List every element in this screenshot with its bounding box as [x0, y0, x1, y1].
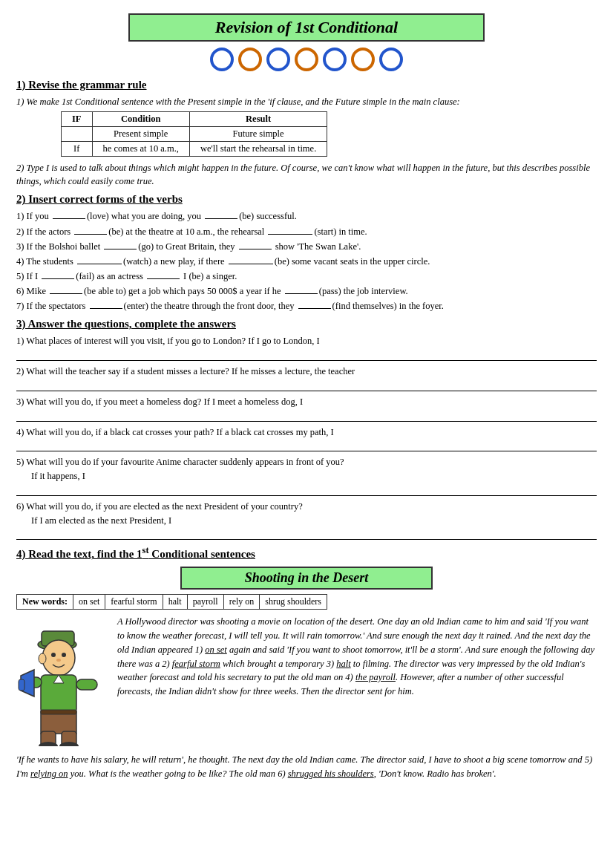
section1: 1) Revise the grammar rule 1) We make 1s…: [16, 79, 597, 188]
svg-point-2: [42, 640, 75, 676]
cartoon-figure: [16, 616, 113, 749]
decorative-dots: [16, 48, 597, 71]
page-title: Revision of 1st Conditional: [215, 18, 398, 36]
grammar-table: IF Condition Result Present simple Futur…: [61, 111, 327, 157]
qa-item-4: 4) What will you do, if a black cat cros…: [16, 425, 597, 452]
exercise-item: 7) If the spectators (enter) the theatre…: [16, 299, 597, 313]
svg-point-5: [56, 659, 61, 662]
table-cell: If: [62, 142, 93, 157]
superscript-st: st: [142, 545, 149, 555]
story-text-continuation: 'If he wants to have his salary, he will…: [16, 753, 597, 781]
shooting-title: Shooting in the Desert: [245, 570, 369, 585]
section3-header: 3) Answer the questions, complete the an…: [16, 318, 597, 330]
dot-6: [351, 48, 375, 71]
svg-point-3: [51, 653, 56, 657]
exercise-item: 5) If I (fail) as an actress I (be) a si…: [16, 270, 597, 283]
exercise-item: 3) If the Bolshoi ballet (go) to Great B…: [16, 240, 597, 253]
qa-item-2: 2) What will the teacher say if a studen…: [16, 365, 597, 391]
vocab-ref-4: the payroll: [355, 672, 396, 682]
col-if: IF: [62, 112, 93, 127]
vocab-label: New words:: [17, 595, 73, 610]
story-section: A Hollywood director was shooting a movi…: [16, 615, 597, 749]
vocab-item: rely on: [223, 595, 260, 610]
answer-line: [16, 484, 597, 496]
blank: [298, 308, 331, 309]
svg-rect-12: [19, 679, 24, 691]
question-text: 2) What will the teacher say if a studen…: [16, 365, 597, 379]
answer-line: [16, 349, 597, 361]
exercise-item: 4) The students (watch) a new play, if t…: [16, 255, 597, 268]
vocab-ref-6: shrugged his shoulders: [288, 769, 374, 779]
vocab-ref-5: relying on: [30, 769, 68, 779]
vocab-item: payroll: [187, 595, 223, 610]
blank: [229, 264, 273, 264]
svg-rect-18: [41, 710, 76, 714]
table-cell: he comes at 10 a.m.,: [92, 142, 189, 157]
section1-header: 1) Revise the grammar rule: [16, 79, 597, 91]
blank: [50, 293, 82, 294]
exercise-item: 1) If you (love) what you are doing, you…: [16, 209, 597, 223]
vocab-table: New words: on set fearful storm halt pay…: [16, 594, 327, 610]
svg-rect-10: [76, 679, 97, 690]
blank: [74, 234, 107, 235]
section3: 3) Answer the questions, complete the an…: [16, 318, 597, 540]
question-subtext: If it happens, I: [16, 469, 597, 483]
dot-5: [323, 48, 347, 71]
section2-header: 2) Insert correct forms of the verbs: [16, 193, 597, 206]
section4-header: 4) Read the text, find the 1st Condition…: [16, 545, 597, 561]
section4: 4) Read the text, find the 1st Condition…: [16, 545, 597, 781]
dot-3: [266, 48, 290, 71]
col-result: Result: [189, 112, 327, 127]
dot-1: [210, 48, 234, 71]
exercise-item: 2) If the actors (be) at the theatre at …: [16, 225, 597, 238]
blank: [90, 308, 122, 309]
question-subtext: If I am elected as the next President, I: [16, 514, 597, 528]
col-condition: Condition: [92, 112, 189, 127]
vocab-item: shrug shoulders: [260, 595, 327, 610]
section1-rule1: 1) We make 1st Conditional sentence with…: [16, 95, 597, 108]
qa-item-3: 3) What will you do, if you meet a homel…: [16, 395, 597, 422]
blank: [77, 264, 122, 264]
table-cell: Present simple: [92, 127, 189, 142]
answer-line: [16, 410, 597, 422]
dot-4: [295, 48, 318, 71]
question-text: 6) What will you do, if you are elected …: [16, 500, 597, 514]
story-text-main: A Hollywood director was shooting a movi…: [117, 615, 597, 699]
blank: [205, 218, 237, 219]
blank: [268, 234, 312, 235]
question-text: 5) What will you do if your favourite An…: [16, 455, 597, 469]
vocab-item: halt: [163, 595, 187, 610]
exercise-item: 6) Mike (be able to) get a job which pay…: [16, 284, 597, 298]
qa-item-6: 6) What will you do, if you are elected …: [16, 500, 597, 541]
qa-item-1: 1) What places of interest will you visi…: [16, 334, 597, 361]
blank: [53, 218, 85, 219]
section2: 2) Insert correct forms of the verbs 1) …: [16, 193, 597, 313]
vocab-ref-2: fearful storm: [172, 659, 220, 669]
blank: [285, 293, 318, 294]
question-text: 4) What will you do, if a black cat cros…: [16, 425, 597, 440]
vocab-ref-1: on set: [205, 645, 227, 655]
blank: [42, 278, 74, 279]
answer-line: [16, 440, 597, 451]
svg-point-6: [39, 653, 46, 664]
blank: [147, 278, 180, 279]
shooting-title-box: Shooting in the Desert: [180, 567, 433, 590]
vocab-item: fearful storm: [105, 595, 163, 610]
dot-2: [238, 48, 262, 71]
answer-line: [16, 379, 597, 391]
svg-point-4: [62, 653, 66, 657]
vocab-ref-3: halt: [336, 659, 350, 669]
vocab-item: on set: [73, 595, 105, 610]
section1-rule2: 2) Type I is used to talk about things w…: [16, 161, 597, 188]
answer-line: [16, 528, 597, 540]
table-cell: we'll start the rehearsal in time.: [189, 142, 327, 157]
qa-item-5: 5) What will you do if your favourite An…: [16, 455, 597, 496]
table-cell: [62, 127, 93, 142]
dot-7: [379, 48, 403, 71]
question-text: 3) What will you do, if you meet a homel…: [16, 395, 597, 409]
cartoon-svg: [16, 616, 109, 746]
page-title-box: Revision of 1st Conditional: [128, 13, 485, 42]
blank: [104, 249, 137, 249]
table-cell: Future simple: [189, 127, 327, 142]
blank: [239, 249, 272, 249]
